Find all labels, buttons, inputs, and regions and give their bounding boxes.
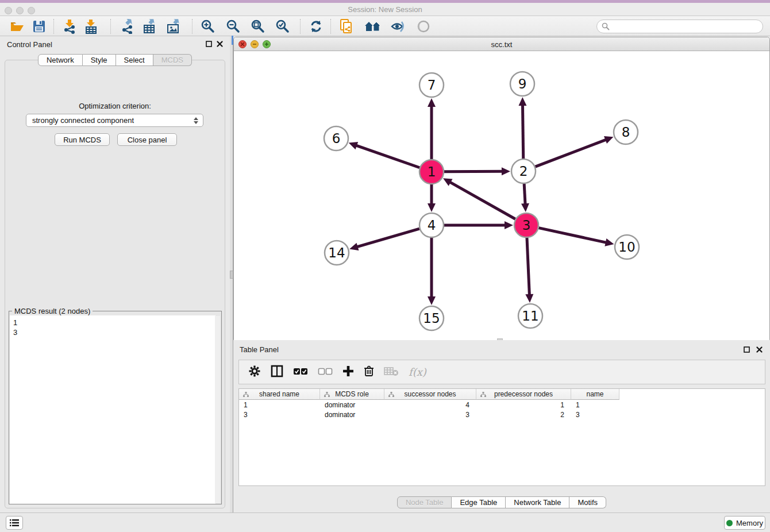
open-folder-icon bbox=[10, 20, 25, 33]
list-icon bbox=[10, 519, 19, 527]
memory-button[interactable]: Memory bbox=[724, 516, 765, 530]
show-columns-button[interactable] bbox=[271, 365, 283, 380]
edge-4-14[interactable] bbox=[357, 229, 419, 247]
column-header-successor-nodes[interactable]: successor nodes bbox=[384, 389, 476, 400]
cell-r0-name[interactable]: 1 bbox=[571, 400, 619, 410]
open-session-button[interactable] bbox=[7, 18, 28, 35]
save-floppy-icon bbox=[33, 20, 45, 33]
zoom-out-button[interactable] bbox=[223, 18, 244, 35]
columns-icon bbox=[271, 365, 283, 377]
column-header-label: name bbox=[571, 390, 619, 398]
tab-network[interactable]: Network bbox=[38, 54, 83, 66]
cell-r1-MCDS-role[interactable]: dominator bbox=[320, 410, 384, 419]
node-label-2: 2 bbox=[519, 164, 528, 179]
export-image-button[interactable] bbox=[164, 18, 184, 35]
hide-elements-button[interactable] bbox=[388, 18, 409, 35]
save-session-button[interactable] bbox=[29, 18, 49, 35]
arrowhead-4-14 bbox=[349, 243, 359, 250]
arrowhead-3-10 bbox=[605, 238, 614, 246]
mcds-result-list[interactable]: 13 bbox=[10, 315, 215, 504]
close-panel-icon[interactable] bbox=[216, 40, 224, 48]
edge-3-11[interactable] bbox=[527, 238, 529, 295]
delete-table-button bbox=[384, 366, 399, 379]
task-history-button[interactable] bbox=[6, 516, 23, 530]
tab-select[interactable]: Select bbox=[116, 54, 153, 66]
column-header-name[interactable]: name bbox=[571, 389, 619, 400]
add-row-button[interactable] bbox=[342, 365, 354, 379]
export-network-button[interactable] bbox=[117, 18, 138, 35]
refresh-button[interactable] bbox=[306, 18, 326, 35]
close-table-panel-icon[interactable] bbox=[756, 346, 763, 353]
eye-slash-icon bbox=[390, 20, 406, 33]
preview-toggle-button[interactable] bbox=[413, 18, 434, 35]
result-scrollbar[interactable] bbox=[215, 316, 220, 503]
node-table[interactable]: shared nameMCDS rolesuccessor nodesprede… bbox=[238, 388, 765, 486]
column-header-MCDS-role[interactable]: MCDS role bbox=[320, 389, 384, 400]
result-line: 3 bbox=[13, 327, 215, 337]
tab-edge-table[interactable]: Edge Table bbox=[452, 496, 506, 508]
cell-r1-predecessor-nodes[interactable]: 2 bbox=[476, 410, 571, 419]
toolbar-separator bbox=[300, 19, 301, 34]
control-panel: Control Panel NetworkStyleSelectMCDS Opt… bbox=[0, 36, 230, 512]
node-label-15: 15 bbox=[423, 311, 440, 326]
edge-3-10[interactable] bbox=[538, 228, 606, 243]
clone-network-button[interactable] bbox=[336, 18, 357, 35]
tab-motifs[interactable]: Motifs bbox=[569, 496, 606, 508]
zoom-in-icon bbox=[201, 19, 215, 34]
close-panel-button[interactable]: Close panel bbox=[117, 133, 177, 146]
arrowhead-1-2 bbox=[502, 167, 510, 175]
table-settings-button[interactable] bbox=[248, 365, 261, 380]
edge-2-9[interactable] bbox=[522, 105, 523, 159]
network-graph[interactable]: 7968124314101511 bbox=[234, 52, 769, 340]
cell-r1-successor-nodes[interactable]: 3 bbox=[384, 410, 476, 419]
edge-2-3[interactable] bbox=[524, 184, 525, 205]
search-icon bbox=[602, 22, 610, 30]
edge-1-2[interactable] bbox=[444, 171, 503, 172]
import-table-icon bbox=[84, 19, 98, 34]
tab-style[interactable]: Style bbox=[83, 54, 116, 66]
edge-3-1[interactable] bbox=[449, 182, 515, 219]
tab-mcds[interactable]: MCDS bbox=[153, 54, 192, 66]
optimization-criterion-label: Optimization criterion: bbox=[5, 102, 225, 110]
column-header-label: predecessor nodes bbox=[476, 390, 571, 398]
select-all-button[interactable] bbox=[293, 367, 308, 377]
node-label-9: 9 bbox=[518, 76, 527, 91]
cell-r0-predecessor-nodes[interactable]: 1 bbox=[476, 400, 571, 410]
cell-r0-successor-nodes[interactable]: 4 bbox=[384, 400, 476, 410]
zoom-in-button[interactable] bbox=[198, 18, 218, 35]
zoom-selected-button[interactable] bbox=[272, 18, 293, 35]
network-window-titlebar[interactable]: scc.txt bbox=[234, 37, 769, 51]
edge-2-8[interactable] bbox=[536, 140, 607, 167]
float-panel-icon[interactable] bbox=[205, 40, 213, 48]
tab-node-table[interactable]: Node Table bbox=[397, 496, 452, 508]
search-input[interactable] bbox=[596, 20, 763, 33]
cell-r1-name[interactable]: 3 bbox=[571, 410, 619, 419]
trash-icon bbox=[364, 365, 374, 377]
arrowhead-3-11 bbox=[525, 294, 533, 303]
import-network-button[interactable] bbox=[59, 18, 80, 35]
node-label-6: 6 bbox=[332, 131, 341, 146]
tab-network-table[interactable]: Network Table bbox=[506, 496, 569, 508]
delete-rows-button[interactable] bbox=[364, 365, 374, 379]
run-mcds-button[interactable]: Run MCDS bbox=[55, 133, 110, 146]
control-panel-title: Control Panel bbox=[7, 40, 52, 49]
zoom-fit-button[interactable] bbox=[248, 18, 268, 35]
edge-1-6[interactable] bbox=[356, 145, 419, 168]
import-table-button[interactable] bbox=[80, 18, 101, 35]
arrowhead-4-3 bbox=[505, 221, 513, 229]
shared-column-icon bbox=[388, 392, 394, 397]
optimization-criterion-select[interactable]: strongly connected component bbox=[26, 114, 203, 127]
column-header-predecessor-nodes[interactable]: predecessor nodes bbox=[476, 389, 571, 400]
result-line: 1 bbox=[13, 318, 215, 327]
toolbar-separator bbox=[330, 19, 331, 34]
export-table-button[interactable] bbox=[140, 18, 160, 35]
home-view-button[interactable] bbox=[363, 18, 383, 35]
cell-r0-shared-name[interactable]: 1 bbox=[239, 400, 320, 410]
float-table-panel-icon[interactable] bbox=[743, 346, 750, 353]
deselect-all-button[interactable] bbox=[318, 367, 333, 377]
network-canvas[interactable]: 7968124314101511 bbox=[234, 52, 769, 340]
cell-r0-MCDS-role[interactable]: dominator bbox=[320, 400, 384, 410]
column-header-shared-name[interactable]: shared name bbox=[239, 389, 320, 400]
window-title: Session: New Session bbox=[0, 5, 770, 14]
cell-r1-shared-name[interactable]: 3 bbox=[239, 410, 320, 419]
